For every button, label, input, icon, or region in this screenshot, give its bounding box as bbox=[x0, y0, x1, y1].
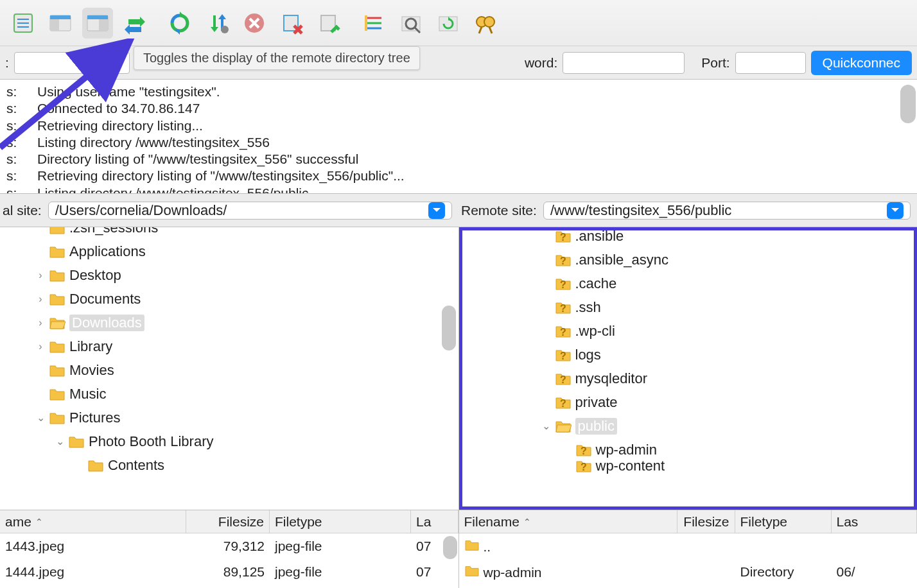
local-tree-scrollbar[interactable] bbox=[442, 306, 456, 350]
tree-item-label: .ansible bbox=[575, 228, 624, 245]
svg-text:?: ? bbox=[560, 398, 566, 409]
svg-text:?: ? bbox=[560, 279, 566, 290]
log-scrollbar[interactable] bbox=[900, 85, 916, 123]
tree-item-label: Pictures bbox=[69, 410, 120, 426]
refresh-icon[interactable] bbox=[164, 8, 195, 39]
disconnect-icon[interactable] bbox=[276, 8, 307, 39]
quickconnect-button[interactable]: Quickconnec bbox=[811, 51, 912, 75]
local-list-scrollbar[interactable] bbox=[443, 536, 457, 559]
folder-unknown-icon: ? bbox=[555, 324, 572, 338]
cancel-icon[interactable] bbox=[239, 8, 270, 39]
local-path-text-value: /Users/cornelia/Downloads/ bbox=[55, 202, 227, 219]
toggle-remote-tree-icon[interactable] bbox=[82, 8, 113, 39]
local-tree-pane[interactable]: .zsh_sessionsApplications›Desktop›Docume… bbox=[0, 227, 459, 510]
tree-item-label: wp-admin bbox=[596, 442, 657, 458]
folder-icon bbox=[49, 292, 66, 306]
tree-item[interactable]: ⌄Pictures bbox=[0, 406, 459, 429]
remote-file-list[interactable]: Filename⌃ Filesize Filetype Las ..wp-adm… bbox=[459, 510, 918, 588]
tree-item[interactable]: Music bbox=[0, 382, 459, 406]
tree-item[interactable]: ›Documents bbox=[0, 287, 459, 311]
tree-item-label: .ansible_async bbox=[575, 252, 669, 268]
col-lastmod-r[interactable]: Las bbox=[832, 510, 918, 533]
tree-item[interactable]: Applications bbox=[0, 239, 459, 263]
tree-item[interactable]: ⌄Photo Booth Library bbox=[0, 429, 459, 453]
col-filesize-r[interactable]: Filesize bbox=[677, 510, 735, 533]
tree-item-label: mysqleditor bbox=[575, 370, 647, 387]
sort-asc-icon: ⌃ bbox=[35, 517, 43, 527]
find-files-icon[interactable] bbox=[470, 8, 501, 39]
tree-item-label: Desktop bbox=[69, 267, 121, 284]
password-input[interactable] bbox=[563, 52, 685, 74]
tree-item[interactable]: Movies bbox=[0, 358, 459, 382]
tree-item-label: Movies bbox=[69, 362, 114, 379]
tree-item[interactable]: Contents bbox=[0, 453, 459, 477]
svg-rect-9 bbox=[99, 19, 108, 31]
col-filename[interactable]: ame⌃ bbox=[0, 510, 186, 533]
chevron-icon[interactable]: › bbox=[32, 293, 49, 305]
tree-item[interactable]: ?.ssh bbox=[462, 295, 914, 319]
local-file-list[interactable]: ame⌃ Filesize Filetype La 1443.jpeg79,31… bbox=[0, 510, 459, 588]
tree-item[interactable]: ?.ansible_async bbox=[462, 248, 914, 272]
col-filename-r[interactable]: Filename⌃ bbox=[459, 510, 677, 533]
table-row[interactable]: wp-adminDirectory06/ bbox=[459, 559, 918, 585]
site-manager-icon[interactable] bbox=[8, 8, 39, 39]
folder-unknown-icon: ? bbox=[575, 459, 592, 473]
local-path-dropdown[interactable] bbox=[428, 202, 445, 219]
remote-site-path[interactable]: /www/testingsitex_556/public bbox=[543, 202, 911, 220]
remote-tree-pane[interactable]: ?.ansible?.ansible_async?.cache?.ssh?.wp… bbox=[459, 227, 918, 510]
file-filter-icon[interactable] bbox=[358, 8, 389, 39]
tree-item[interactable]: ?private bbox=[462, 390, 914, 414]
directory-compare-icon[interactable] bbox=[396, 8, 426, 39]
folder-unknown-icon: ? bbox=[555, 395, 572, 410]
toggle-local-tree-icon[interactable] bbox=[45, 8, 76, 39]
table-row[interactable]: 1444.jpeg89,125jpeg-file07 bbox=[0, 559, 459, 585]
tree-item[interactable]: ?.ansible bbox=[462, 227, 914, 248]
remote-path-text-value: /www/testingsitex_556/public bbox=[550, 202, 731, 219]
tree-item[interactable]: ?.cache bbox=[462, 272, 914, 295]
local-site-path[interactable]: /Users/cornelia/Downloads/ bbox=[48, 202, 452, 220]
tree-item[interactable]: .zsh_sessions bbox=[0, 227, 459, 239]
col-lastmod[interactable]: La bbox=[411, 510, 459, 533]
chevron-icon[interactable]: ⌄ bbox=[51, 435, 68, 447]
tree-item[interactable]: ›Desktop bbox=[0, 263, 459, 287]
log-line: s:Listing directory /www/testingsitex_55… bbox=[6, 185, 911, 195]
message-log[interactable]: s:Using username "testingsitex".s:Connec… bbox=[0, 80, 917, 194]
table-row[interactable]: 1443.jpeg79,312jpeg-file07 bbox=[0, 533, 459, 559]
tooltip: Toggles the display of the remote direct… bbox=[134, 46, 420, 70]
folder-icon bbox=[49, 363, 66, 377]
chevron-icon[interactable]: ⌄ bbox=[538, 420, 555, 432]
chevron-icon[interactable]: › bbox=[32, 270, 49, 281]
host-input[interactable] bbox=[14, 52, 130, 74]
remote-path-dropdown[interactable] bbox=[887, 202, 904, 219]
tree-item[interactable]: ›Downloads bbox=[0, 311, 459, 334]
tree-item[interactable]: ?mysqleditor bbox=[462, 367, 914, 390]
chevron-icon[interactable]: › bbox=[32, 317, 49, 329]
remote-site-label: Remote site: bbox=[459, 203, 543, 218]
port-label: Port: bbox=[701, 55, 729, 71]
col-filesize[interactable]: Filesize bbox=[186, 510, 270, 533]
svg-rect-6 bbox=[50, 19, 59, 31]
port-input[interactable] bbox=[735, 52, 806, 74]
sync-browsing-icon[interactable] bbox=[433, 8, 464, 39]
toggle-transfer-queue-icon[interactable] bbox=[119, 8, 150, 39]
folder-icon bbox=[49, 316, 66, 330]
process-queue-icon[interactable] bbox=[202, 8, 232, 39]
folder-unknown-icon: ? bbox=[555, 348, 572, 362]
site-path-row: al site: /Users/cornelia/Downloads/ Remo… bbox=[0, 194, 917, 227]
tree-item[interactable]: ?.wp-cli bbox=[462, 319, 914, 343]
log-line: s:Directory listing of "/www/testingsite… bbox=[6, 151, 911, 168]
tree-item[interactable]: ?wp-content bbox=[462, 454, 914, 478]
col-filetype[interactable]: Filetype bbox=[270, 510, 411, 533]
chevron-icon[interactable]: ⌄ bbox=[32, 411, 49, 424]
tree-item[interactable]: ⌄public bbox=[462, 414, 914, 438]
chevron-icon[interactable]: › bbox=[32, 341, 49, 352]
reconnect-icon[interactable] bbox=[313, 8, 344, 39]
col-filetype-r[interactable]: Filetype bbox=[735, 510, 832, 533]
folder-unknown-icon: ? bbox=[575, 443, 592, 457]
host-label-fragment: : bbox=[5, 55, 9, 71]
tree-item[interactable]: ›Library bbox=[0, 334, 459, 358]
folder-icon bbox=[49, 340, 66, 354]
table-row[interactable]: .. bbox=[459, 533, 918, 559]
svg-line-32 bbox=[489, 27, 492, 33]
tree-item[interactable]: ?logs bbox=[462, 343, 914, 367]
